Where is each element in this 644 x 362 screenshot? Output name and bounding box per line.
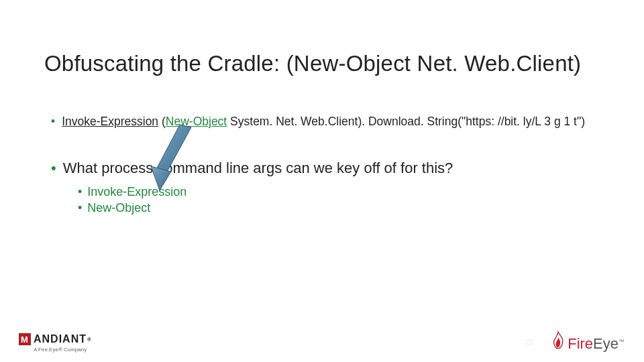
bullet-code-line: •Invoke-Expression (New-Object System. N… bbox=[51, 114, 617, 129]
footer: MANDIANT® A Fire.Eye® Company 22 FireEye… bbox=[0, 319, 644, 362]
bullet-dot-icon: • bbox=[78, 201, 82, 215]
code-open: ( bbox=[158, 115, 166, 128]
bullet-question: •What process command line args can we k… bbox=[51, 159, 617, 178]
sub-bullet-b: •New-Object bbox=[78, 200, 617, 216]
slide: Obfuscating the Cradle: (New-Object Net.… bbox=[0, 0, 644, 362]
mandiant-tagline: A Fire.Eye® Company bbox=[34, 347, 92, 353]
slide-body: •Invoke-Expression (New-Object System. N… bbox=[51, 114, 617, 216]
fireeye-logo: FireEye™ bbox=[551, 331, 624, 353]
sub-b-text: New-Object bbox=[87, 201, 150, 215]
reg-mark: ® bbox=[87, 337, 92, 343]
mandiant-m-icon: M bbox=[19, 333, 31, 345]
mandiant-text: ANDIANT bbox=[34, 333, 87, 345]
bullet-dot-icon: • bbox=[78, 185, 82, 198]
mandiant-logo: MANDIANT® A Fire.Eye® Company bbox=[19, 333, 92, 353]
slide-title: Obfuscating the Cradle: (New-Object Net.… bbox=[44, 51, 581, 76]
page-number: 22 bbox=[525, 338, 533, 346]
fireeye-eye: Eye bbox=[593, 335, 619, 352]
tm-mark: ™ bbox=[619, 339, 624, 345]
code-invoke: Invoke-Expression bbox=[62, 115, 158, 128]
bullet-dot-icon: • bbox=[51, 115, 55, 128]
question-text: What process command line args can we ke… bbox=[63, 160, 453, 176]
sub-a-text: Invoke-Expression bbox=[87, 185, 186, 198]
bullet-dot-icon: • bbox=[51, 160, 56, 176]
fireeye-fire: Fire bbox=[568, 335, 593, 352]
fireeye-wordmark: FireEye™ bbox=[568, 335, 624, 353]
mandiant-wordmark: MANDIANT® bbox=[19, 333, 92, 345]
code-rest: System. Net. Web.Client). Download. Stri… bbox=[227, 115, 585, 128]
code-newobject: New-Object bbox=[166, 115, 227, 128]
flame-icon bbox=[551, 331, 565, 351]
sub-bullet-a: •Invoke-Expression bbox=[78, 184, 617, 200]
